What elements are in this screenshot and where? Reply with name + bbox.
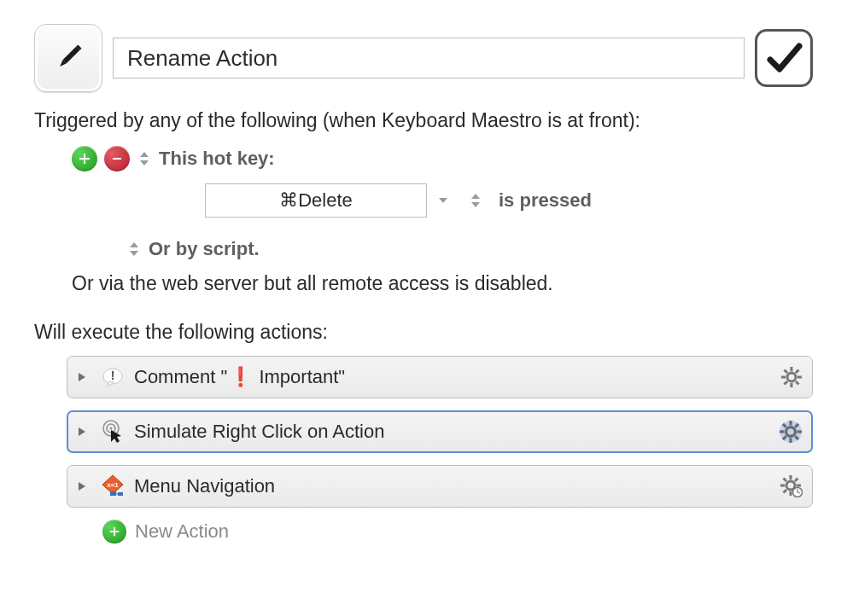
hotkey-value: ⌘Delete <box>279 189 353 212</box>
svg-text:!: ! <box>111 369 115 382</box>
svg-rect-0 <box>63 47 80 64</box>
action-row-menu-navigation[interactable]: x=1 Menu Navigation <box>67 465 813 508</box>
svg-rect-19 <box>791 383 793 387</box>
triangle-right-icon <box>76 480 88 492</box>
svg-rect-5 <box>113 158 121 160</box>
plus-icon <box>108 526 120 538</box>
trigger-header-label: Triggered by any of the following (when … <box>34 109 813 132</box>
plus-icon <box>78 152 91 166</box>
action-row-comment[interactable]: ! Comment "❗ Important" <box>67 356 813 398</box>
svg-marker-8 <box>439 198 447 203</box>
svg-marker-9 <box>471 194 480 199</box>
will-execute-label: Will execute the following actions: <box>34 321 813 344</box>
svg-rect-35 <box>780 430 784 433</box>
action-title: Menu Navigation <box>134 475 771 497</box>
svg-marker-41 <box>79 482 85 491</box>
checkmark-icon <box>765 39 803 77</box>
svg-marker-12 <box>130 251 138 256</box>
action-gear-button[interactable] <box>779 420 803 444</box>
disclosure-triangle[interactable] <box>76 371 91 383</box>
svg-rect-20 <box>781 376 786 379</box>
svg-point-47 <box>786 481 795 490</box>
hotkey-field[interactable]: ⌘Delete <box>205 183 427 218</box>
action-title: Comment "❗ Important" <box>134 366 771 388</box>
remove-trigger-button[interactable] <box>104 146 130 171</box>
action-gear-button[interactable] <box>780 474 803 498</box>
comment-action-icon: ! <box>100 364 126 390</box>
trigger-type-stepper[interactable] <box>137 148 152 169</box>
stepper-up-down-icon <box>138 150 150 167</box>
macro-title-input[interactable] <box>113 38 745 78</box>
svg-rect-48 <box>790 475 792 479</box>
svg-rect-4 <box>79 158 90 160</box>
svg-rect-22 <box>795 369 800 374</box>
svg-rect-21 <box>797 376 802 379</box>
add-trigger-button[interactable] <box>72 146 97 171</box>
svg-rect-44 <box>110 491 116 496</box>
macro-icon-button[interactable] <box>34 24 102 92</box>
triangle-right-icon <box>76 371 88 383</box>
svg-rect-49 <box>790 491 792 496</box>
group-action-icon: x=1 <box>100 474 126 499</box>
svg-rect-52 <box>794 477 799 482</box>
hotkey-trigger-label: This hot key: <box>159 148 275 170</box>
click-action-icon <box>100 419 126 445</box>
svg-rect-46 <box>115 494 119 495</box>
new-action-label[interactable]: New Action <box>135 520 229 543</box>
pressed-stepper[interactable] <box>468 190 483 211</box>
svg-marker-7 <box>140 160 149 166</box>
exclamation-icon: ❗ <box>227 366 254 387</box>
pencil-icon <box>51 41 85 75</box>
add-action-button[interactable] <box>102 520 126 543</box>
svg-text:x=1: x=1 <box>107 481 119 489</box>
svg-rect-24 <box>783 369 788 374</box>
svg-rect-33 <box>789 421 792 425</box>
svg-rect-54 <box>782 477 787 482</box>
svg-rect-34 <box>789 439 792 443</box>
action-title: Simulate Right Click on Action <box>134 421 770 443</box>
svg-marker-6 <box>140 152 149 157</box>
minus-icon <box>110 152 124 166</box>
svg-rect-23 <box>783 381 788 386</box>
svg-rect-50 <box>780 485 785 487</box>
svg-rect-60 <box>110 531 120 532</box>
action-row-simulate-click[interactable]: Simulate Right Click on Action <box>67 410 813 453</box>
action-gear-button[interactable] <box>780 365 803 389</box>
svg-rect-25 <box>795 381 800 386</box>
svg-marker-30 <box>111 430 121 443</box>
svg-point-17 <box>787 373 796 381</box>
svg-marker-10 <box>471 202 480 207</box>
gear-clock-icon <box>780 475 803 497</box>
triangle-right-icon <box>76 426 88 438</box>
hotkey-dropdown[interactable] <box>435 196 451 205</box>
stepper-up-down-icon <box>128 241 140 258</box>
or-by-script-label: Or by script. <box>149 238 260 260</box>
svg-rect-51 <box>797 485 801 487</box>
svg-rect-53 <box>782 489 787 494</box>
svg-marker-11 <box>130 242 138 247</box>
svg-point-29 <box>110 427 113 430</box>
script-trigger-stepper[interactable] <box>126 239 142 259</box>
enabled-checkbox[interactable] <box>755 29 813 87</box>
disclosure-triangle[interactable] <box>76 426 91 438</box>
svg-rect-36 <box>797 430 802 433</box>
chevron-down-icon <box>437 196 449 205</box>
disclosure-triangle[interactable] <box>76 480 91 492</box>
is-pressed-label: is pressed <box>499 189 592 212</box>
svg-marker-13 <box>79 373 85 381</box>
gear-icon <box>779 420 803 444</box>
svg-rect-18 <box>791 367 793 371</box>
web-server-label: Or via the web server but all remote acc… <box>34 272 813 295</box>
svg-marker-26 <box>79 427 85 436</box>
gear-icon <box>780 366 803 388</box>
stepper-up-down-icon <box>470 192 482 209</box>
